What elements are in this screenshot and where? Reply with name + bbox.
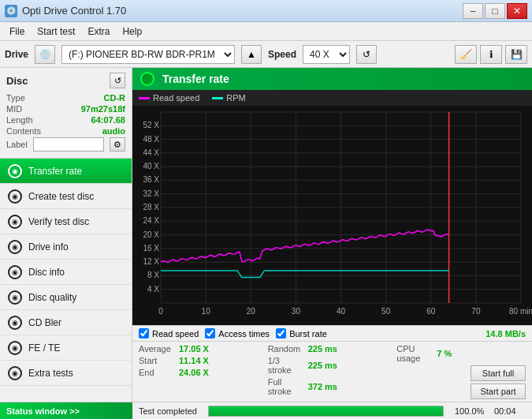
disc-key-type: Type [6,93,25,103]
menu-extra[interactable]: Extra [81,24,116,39]
nav-item-transfer-rate[interactable]: ◉ Transfer rate [0,159,132,184]
disc-row-type: Type CD-R [6,93,125,103]
stat-row-cpu: CPU usage 7 % [396,344,526,363]
nav-item-create-test-disc[interactable]: ◉ Create test disc [0,184,132,209]
legend-read-speed: Read speed [139,93,199,103]
checkbox-access-times-input[interactable] [205,328,215,339]
menu-start-test[interactable]: Start test [31,24,81,39]
nav-label-disc-info: Disc info [28,267,65,278]
window-title: Opti Drive Control 1.70 [22,5,126,17]
checkbox-read-speed-input[interactable] [139,328,149,339]
disc-key-label: Label [6,140,28,149]
nav-label-disc-quality: Disc quality [28,292,76,303]
stats-middle: Random 225 ms 1/3 stroke 225 ms Full str… [268,344,397,399]
maximize-button[interactable]: □ [485,3,505,19]
checkbox-burst-rate-label: Burst rate [289,329,327,339]
disc-row-label: Label ⚙ [6,137,125,152]
speed-label: Speed [268,49,296,60]
nav-icon-extra-tests: ◉ [8,366,22,380]
eject-button[interactable]: ▲ [241,45,262,64]
stat-label-average: Average [139,344,174,354]
minimize-button[interactable]: – [463,3,483,19]
close-button[interactable]: ✕ [507,3,527,19]
nav-item-verify-test-disc[interactable]: ◉ Verify test disc [0,209,132,234]
label-input[interactable] [33,137,104,152]
nav-label-cd-bler: CD Bler [28,317,61,328]
drive-icon-btn[interactable]: 💿 [35,45,55,64]
checkbox-access-times-label: Access times [218,329,270,339]
nav-icon-drive-info: ◉ [8,240,22,254]
legend-color-rpm [212,97,223,99]
chart-title: Transfer rate [162,73,229,85]
disc-refresh-button[interactable]: ↺ [110,73,125,88]
speed-select[interactable]: 40 X [303,45,350,64]
progress-percentage: 100.0% [455,406,488,416]
drive-select[interactable]: (F:) PIONEER BD-RW BDR-PR1M 1.65 [61,45,235,64]
status-window-button[interactable]: Status window >> [0,402,132,420]
info-button[interactable]: ℹ [480,45,502,64]
nav-item-fe-te[interactable]: ◉ FE / TE [0,335,132,361]
nav-item-disc-quality[interactable]: ◉ Disc quality [0,285,132,310]
window-controls: – □ ✕ [463,3,527,19]
menu-file[interactable]: File [3,24,31,39]
checkbox-access-times: Access times [205,328,270,339]
disc-value-mid: 97m27s18f [81,104,125,114]
disc-row-mid: MID 97m27s18f [6,104,125,114]
disc-row-length: Length 64:07.68 [6,115,125,125]
stats-grid: Average 17.05 X Start 11.14 X End 24.06 … [132,341,532,402]
nav-icon-verify-test-disc: ◉ [8,215,22,229]
label-gear-button[interactable]: ⚙ [110,137,125,152]
stat-value-full-stroke: 372 ms [308,382,344,391]
stat-row-full-stroke: Full stroke 372 ms [268,377,397,396]
legend-label-rpm: RPM [226,93,245,103]
stat-label-end: End [139,368,174,377]
chart-header: Transfer rate [132,68,532,90]
menu-help[interactable]: Help [116,24,148,39]
chart-legend: Read speed RPM [132,90,532,106]
checkbox-burst-rate: Burst rate [276,328,327,339]
title-bar: 💿 Opti Drive Control 1.70 – □ ✕ [0,0,532,22]
stat-value-random: 225 ms [308,344,344,354]
stat-label-random: Random [268,344,303,354]
clear-button[interactable]: 🧹 [455,45,477,64]
nav-icon-transfer-rate: ◉ [8,164,22,178]
stats-left: Average 17.05 X Start 11.14 X End 24.06 … [139,344,268,399]
nav-item-disc-info[interactable]: ◉ Disc info [0,260,132,285]
checkbox-read-speed: Read speed [139,328,199,339]
disc-value-length: 64:07.68 [91,115,125,125]
stat-row-random: Random 225 ms [268,344,397,354]
nav-list: ◉ Transfer rate ◉ Create test disc ◉ Ver… [0,159,132,402]
nav-item-cd-bler[interactable]: ◉ CD Bler [0,310,132,335]
drive-label: Drive [5,49,28,60]
disc-panel: Disc ↺ Type CD-R MID 97m27s18f Length 64… [0,68,132,159]
checkbox-burst-rate-input[interactable] [276,328,286,339]
sidebar: Disc ↺ Type CD-R MID 97m27s18f Length 64… [0,68,132,402]
status-text: Test completed [139,406,197,416]
status-right: Test completed 100.0% 00:04 [132,406,532,417]
stat-label-1-3-stroke: 1/3 stroke [268,356,303,375]
burst-rate-value: 14.8 MB/s [485,329,526,339]
chart-canvas [132,106,532,325]
save-button[interactable]: 💾 [505,45,527,64]
nav-label-drive-info: Drive info [28,241,69,253]
disc-title: Disc [6,75,28,87]
chart-wrapper [132,106,532,325]
progress-bar-inner [209,406,443,416]
disc-key-contents: Contents [6,126,41,136]
stat-value-average: 17.05 X [179,344,214,354]
disc-value-contents: audio [102,126,125,136]
disc-row-contents: Contents audio [6,126,125,136]
action-buttons: Start full Start part [396,365,526,399]
nav-item-extra-tests[interactable]: ◉ Extra tests [0,361,132,386]
disc-key-mid: MID [6,104,22,114]
refresh-speed-button[interactable]: ↺ [356,45,377,64]
nav-icon-cd-bler: ◉ [8,316,22,330]
legend-rpm: RPM [212,93,245,103]
stat-row-1-3-stroke: 1/3 stroke 225 ms [268,356,397,375]
nav-item-drive-info[interactable]: ◉ Drive info [0,234,132,260]
stat-label-cpu: CPU usage [396,344,432,363]
nav-label-extra-tests: Extra tests [28,368,73,379]
start-part-button[interactable]: Start part [471,383,526,399]
progress-bar [208,406,444,417]
start-full-button[interactable]: Start full [471,365,526,381]
